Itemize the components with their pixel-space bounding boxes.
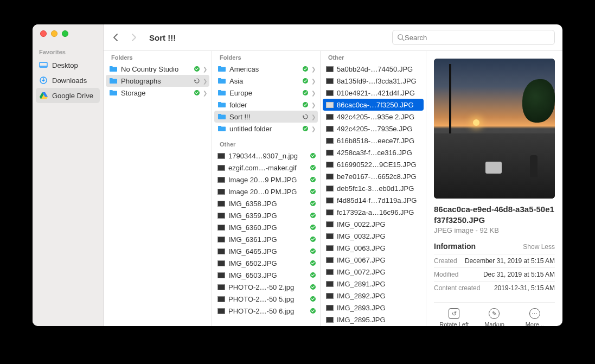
file-row[interactable]: IMG_0022.JPG: [321, 218, 426, 230]
more-action[interactable]: ⋯ More...: [519, 308, 551, 326]
file-row[interactable]: 492c4205-…7935e.JPG: [321, 123, 426, 135]
file-row[interactable]: be7e0167-…6652c8.JPG: [321, 170, 426, 182]
file-row[interactable]: 492c4205-…935e 2.JPG: [321, 111, 426, 123]
file-row[interactable]: 86cac0ca-…7f3250.JPG: [323, 99, 424, 111]
file-row[interactable]: IMG_2895.JPG: [321, 314, 426, 325]
file-row[interactable]: IMG_0063.JPG: [321, 242, 426, 254]
folder-row[interactable]: Photographs❯: [106, 75, 209, 87]
more-icon: ⋯: [529, 308, 540, 319]
action-label: Rotate Left: [439, 321, 469, 326]
file-row[interactable]: deb5fc1c-3…eb0d1.JPG: [321, 182, 426, 194]
file-row[interactable]: IMG_2893.JPG: [321, 302, 426, 314]
chevron-right-icon: ❯: [311, 102, 316, 108]
file-row[interactable]: IMG_6360.JPG: [212, 221, 320, 233]
file-row[interactable]: 616990522…9CE15.JPG: [321, 158, 426, 170]
file-row[interactable]: IMG_0032.JPG: [321, 230, 426, 242]
chevron-right-icon: ❯: [311, 90, 316, 96]
file-row[interactable]: IMG_6361.JPG: [212, 233, 320, 245]
syncing-icon: [303, 114, 308, 119]
row-name: IMG_2892.JPG: [337, 292, 421, 300]
file-row[interactable]: PHOTO-2…-50 5.jpg: [212, 293, 320, 305]
row-name: IMG_6359.JPG: [228, 212, 307, 220]
back-button[interactable]: [109, 31, 122, 44]
folder-row[interactable]: Sort !!!❯: [214, 111, 318, 123]
folder-icon: [217, 89, 226, 97]
row-name: 616990522…9CE15.JPG: [337, 161, 421, 169]
image-thumb-icon: [217, 237, 225, 242]
file-row[interactable]: IMG_6358.JPG: [212, 197, 320, 209]
file-row[interactable]: IMG_6465.JPG: [212, 245, 320, 257]
file-row[interactable]: Image 20…0 PM.JPG: [212, 186, 320, 197]
file-row[interactable]: 616b8518-…eece7f.JPG: [321, 135, 426, 146]
file-row[interactable]: 010e4921-…421d4f.JPG: [321, 87, 426, 99]
preview-thumbnail[interactable]: [434, 59, 555, 199]
chevron-right-icon: ❯: [311, 114, 316, 120]
folder-row[interactable]: Europe❯: [212, 87, 320, 99]
file-row[interactable]: IMG_6503.JPG: [212, 269, 320, 281]
file-row[interactable]: IMG_2891.JPG: [321, 278, 426, 290]
file-row[interactable]: fc17392a-a…16c96.JPG: [321, 206, 426, 218]
sync-check-icon: [194, 90, 200, 95]
column-header: Folders: [104, 51, 212, 63]
minimize-button[interactable]: [51, 30, 57, 37]
sync-check-icon: [310, 225, 316, 230]
show-less-link[interactable]: Show Less: [523, 243, 555, 251]
folder-icon: [109, 77, 118, 85]
image-thumb-icon: [326, 102, 334, 108]
sidebar-item-downloads[interactable]: Downloads: [33, 73, 103, 88]
folder-row[interactable]: untitled folder❯: [212, 123, 320, 135]
column-header: Other: [321, 51, 426, 63]
info-value: Dec 31, 2019 at 5:15 AM: [483, 271, 555, 278]
file-row[interactable]: ezgif.com…-maker.gif: [212, 162, 320, 174]
folder-row[interactable]: Asia❯: [212, 75, 320, 87]
close-button[interactable]: [40, 30, 47, 37]
image-thumb-icon: [326, 186, 334, 191]
file-row[interactable]: PHOTO-2…-50 6.jpg: [212, 305, 320, 317]
quick-actions: ↺ Rotate Left ✎ Markup ⋯ More...: [434, 302, 555, 326]
image-thumb-icon: [217, 153, 225, 159]
folder-row[interactable]: Americas❯: [212, 63, 320, 75]
image-thumb-icon: [326, 66, 334, 72]
markup-action[interactable]: ✎ Markup: [478, 308, 510, 326]
row-name: 86cac0ca-…7f3250.JPG: [337, 101, 421, 109]
sidebar: Favorites DesktopDownloadsGoogle Drive: [33, 24, 104, 326]
folder-icon: [217, 65, 226, 73]
row-name: fc17392a-a…16c96.JPG: [337, 208, 421, 216]
file-row[interactable]: IMG_6502.JPG: [212, 257, 320, 269]
folder-row[interactable]: folder❯: [212, 99, 320, 111]
file-row[interactable]: 4258ca3f-f…ce316.JPG: [321, 146, 426, 158]
rotate-left-action[interactable]: ↺ Rotate Left: [438, 308, 470, 326]
row-name: Image 20…0 PM.JPG: [228, 188, 307, 196]
file-row[interactable]: IMG_6359.JPG: [212, 209, 320, 221]
column-1[interactable]: Folders No Country Studio❯Photographs❯St…: [104, 51, 212, 326]
search-input[interactable]: [405, 34, 550, 42]
file-row[interactable]: 8a135fd9-…f3cda31.JPG: [321, 75, 426, 87]
main-area: Sort !!! Folders No Country Studio❯Photo…: [104, 24, 562, 326]
file-row[interactable]: 5a0bb24d-…74450.JPG: [321, 63, 426, 75]
image-thumb-icon: [217, 308, 225, 314]
folder-row[interactable]: No Country Studio❯: [104, 63, 212, 75]
column-3[interactable]: Other 5a0bb24d-…74450.JPG8a135fd9-…f3cda…: [321, 51, 426, 326]
file-row[interactable]: IMG_2892.JPG: [321, 290, 426, 302]
file-row[interactable]: Image 20…9 PM.JPG: [212, 174, 320, 186]
folder-row[interactable]: Storage❯: [104, 87, 212, 99]
info-row: ModifiedDec 31, 2019 at 5:15 AM: [434, 267, 555, 281]
zoom-button[interactable]: [62, 30, 68, 37]
sidebar-item-label: Desktop: [52, 61, 78, 69]
row-name: IMG_0063.JPG: [337, 244, 421, 252]
file-row[interactable]: IMG_0067.JPG: [321, 254, 426, 266]
sidebar-item-desktop[interactable]: Desktop: [33, 58, 103, 73]
column-2[interactable]: Folders Americas❯Asia❯Europe❯folder❯Sort…: [212, 51, 321, 326]
file-row[interactable]: f4d85d14-f…7d119a.JPG: [321, 194, 426, 206]
row-name: IMG_6465.JPG: [228, 247, 307, 256]
row-name: IMG_2891.JPG: [337, 280, 421, 288]
search-field[interactable]: [392, 30, 555, 45]
info-key: Content created: [434, 284, 480, 292]
forward-button[interactable]: [127, 31, 140, 44]
row-name: Europe: [229, 89, 299, 97]
sidebar-item-google-drive[interactable]: Google Drive: [36, 88, 100, 103]
file-row[interactable]: IMG_0072.JPG: [321, 266, 426, 278]
file-row[interactable]: 1790344…9307_n.jpg: [212, 150, 320, 162]
file-row[interactable]: PHOTO-2…-50 2.jpg: [212, 281, 320, 293]
svg-line-4: [402, 39, 405, 41]
